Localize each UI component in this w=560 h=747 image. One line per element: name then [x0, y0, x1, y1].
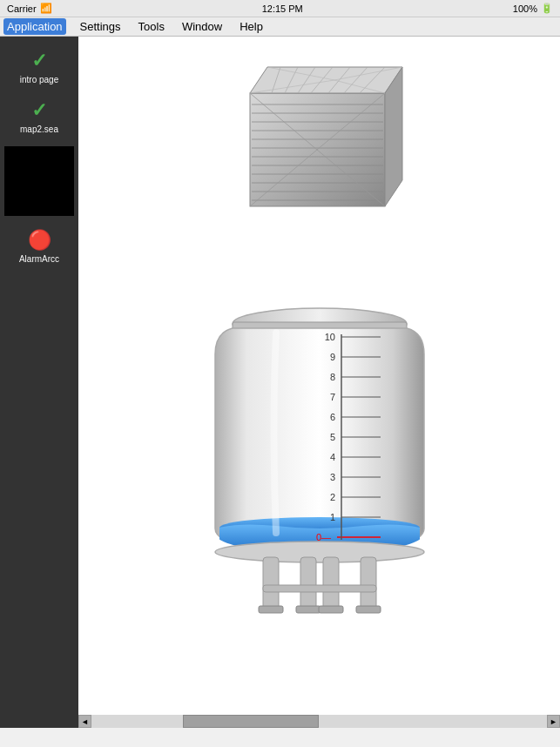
svg-rect-65	[356, 606, 381, 613]
svg-rect-64	[319, 606, 343, 613]
menu-settings[interactable]: Settings	[77, 18, 125, 35]
check-icon-map: ✓	[27, 98, 51, 123]
svg-text:9: 9	[329, 352, 334, 362]
svg-rect-59	[323, 557, 339, 609]
menu-tools[interactable]: Tools	[135, 18, 168, 35]
svg-text:6: 6	[329, 412, 334, 422]
svg-text:5: 5	[329, 432, 334, 442]
battery-label: 100%	[513, 3, 537, 14]
sidebar-black-block	[4, 146, 74, 216]
sidebar-item-intro[interactable]: ✓ intro page	[4, 44, 74, 90]
svg-rect-62	[259, 606, 283, 613]
content-area: 0— 1 2 3 4 5 6 7 8 9	[78, 37, 560, 728]
svg-rect-61	[263, 585, 376, 592]
battery-icon: 🔋	[541, 3, 553, 14]
sidebar-item-alarm[interactable]: 🔴 AlarmArcc	[4, 223, 74, 269]
sidebar-label-alarm: AlarmArcc	[19, 254, 59, 264]
main-layout: ✓ intro page ✓ map2.sea 🔴 AlarmArcc	[0, 37, 560, 728]
sidebar: ✓ intro page ✓ map2.sea 🔴 AlarmArcc	[0, 37, 78, 728]
sidebar-label-map: map2.sea	[20, 124, 58, 134]
svg-text:7: 7	[329, 392, 334, 402]
menu-help[interactable]: Help	[236, 18, 267, 35]
menu-window[interactable]: Window	[179, 18, 226, 35]
menu-bar: Application Settings Tools Window Help	[0, 17, 560, 37]
wifi-icon: 📶	[40, 3, 52, 14]
check-icon-intro: ✓	[27, 49, 51, 73]
scrollbar: ◄ ►	[78, 715, 560, 728]
svg-text:3: 3	[329, 472, 334, 482]
svg-rect-60	[361, 557, 376, 609]
svg-text:2: 2	[329, 492, 334, 502]
alarm-icon: 🔴	[27, 228, 51, 252]
vent-unit	[233, 54, 407, 211]
tank-svg: 0— 1 2 3 4 5 6 7 8 9	[206, 254, 433, 620]
sidebar-item-map[interactable]: ✓ map2.sea	[4, 93, 74, 139]
tank-container: 0— 1 2 3 4 5 6 7 8 9	[206, 254, 433, 620]
svg-text:0—: 0—	[315, 532, 330, 542]
status-bar: Carrier 📶 12:15 PM 100% 🔋	[0, 0, 560, 17]
status-time: 12:15 PM	[262, 3, 303, 14]
svg-rect-58	[300, 557, 316, 609]
svg-text:8: 8	[329, 372, 334, 382]
carrier-label: Carrier	[7, 3, 37, 14]
scroll-thumb[interactable]	[183, 715, 320, 728]
svg-point-56	[215, 542, 424, 562]
status-right: 100% 🔋	[513, 3, 553, 14]
svg-rect-63	[296, 606, 320, 613]
svg-rect-57	[263, 557, 279, 609]
vent-unit-svg	[233, 54, 407, 211]
scroll-track[interactable]	[91, 715, 547, 728]
svg-text:10: 10	[324, 332, 334, 342]
svg-text:1: 1	[329, 512, 334, 522]
sidebar-label-intro: intro page	[20, 75, 58, 84]
scroll-right-button[interactable]: ►	[547, 715, 560, 728]
scroll-left-button[interactable]: ◄	[78, 715, 91, 728]
svg-text:4: 4	[329, 452, 334, 462]
status-left: Carrier 📶	[7, 3, 52, 14]
menu-application[interactable]: Application	[3, 18, 66, 35]
